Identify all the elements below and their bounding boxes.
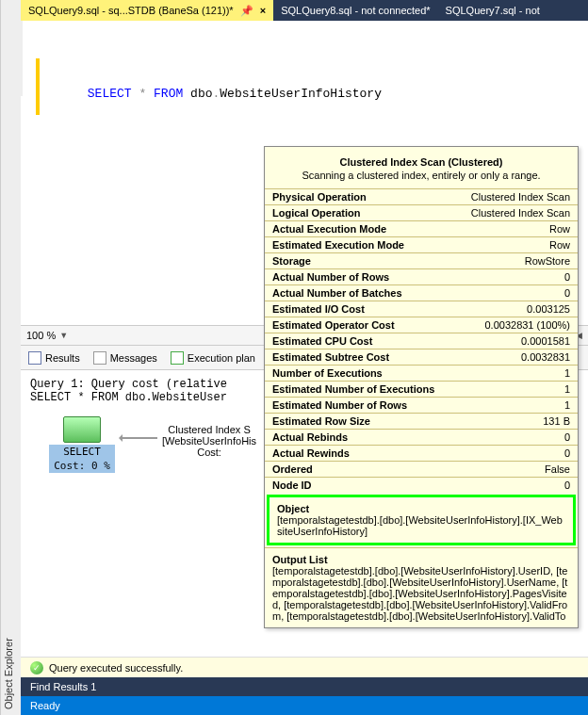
tab-execution-plan[interactable]: Execution plan: [171, 351, 255, 365]
select-cost: Cost: 0 %: [49, 459, 115, 473]
tooltip-properties-table: Physical OperationClustered Index ScanLo…: [265, 188, 578, 493]
tooltip-row: StorageRowStore: [265, 253, 578, 269]
tooltip-prop-key: Estimated Subtree Cost: [265, 349, 452, 366]
plan-icon: [171, 351, 184, 365]
tooltip-prop-value: Clustered Index Scan: [452, 189, 578, 205]
tooltip-prop-key: Estimated Number of Rows: [265, 398, 452, 414]
tooltip-prop-key: Estimated Row Size: [265, 414, 452, 430]
tooltip-row: Number of Executions1: [265, 366, 578, 382]
tooltip-object-value: [temporalstagetestdb].[dbo].[WebsiteUser…: [277, 514, 565, 537]
tooltip-row: Estimated Execution ModeRow: [265, 237, 578, 253]
keyword-from: FROM: [154, 87, 183, 101]
tooltip-prop-value: 0: [452, 269, 578, 285]
tab-sqlquery8[interactable]: SQLQuery8.sql - not connected*: [273, 0, 437, 21]
object-explorer-label: Object Explorer: [3, 638, 14, 709]
tooltip-output-title: Output List: [272, 554, 570, 565]
ready-label: Ready: [30, 700, 60, 711]
ready-bar: Ready: [21, 696, 588, 715]
status-text: Query executed successfully.: [49, 662, 183, 674]
tooltip-prop-value: 0.0032831 (100%): [452, 317, 578, 333]
tooltip-prop-value: 1: [452, 382, 578, 398]
tooltip-row: Actual Rewinds0: [265, 446, 578, 462]
tooltip-prop-key: Actual Number of Rows: [265, 269, 452, 285]
plan-arrow: [120, 437, 157, 439]
results-label: Results: [45, 352, 80, 364]
tooltip-prop-value: Row: [452, 237, 578, 253]
tooltip-prop-key: Estimated CPU Cost: [265, 333, 452, 349]
tooltip-row: Estimated Number of Rows1: [265, 398, 578, 414]
tab-results[interactable]: Results: [28, 351, 80, 365]
tooltip-prop-key: Actual Number of Batches: [265, 285, 452, 301]
tooltip-row: Actual Number of Batches0: [265, 285, 578, 301]
tooltip-prop-key: Actual Rebinds: [265, 430, 452, 446]
sql-editor[interactable]: SELECT * FROM dbo.WebsiteUserInfoHistory: [21, 21, 588, 96]
star: *: [139, 87, 146, 101]
tab-label: SQLQuery8.sql - not connected*: [281, 5, 430, 16]
tooltip-row: Estimated Row Size131 B: [265, 414, 578, 430]
tooltip-prop-value: 0.0032831: [452, 349, 578, 366]
tooltip-row: Physical OperationClustered Index Scan: [265, 189, 578, 205]
status-bar: ✓ Query executed successfully.: [21, 657, 588, 677]
find-results-panel[interactable]: Find Results 1: [21, 677, 588, 696]
tab-messages[interactable]: Messages: [93, 351, 157, 365]
scan-line-3: Cost:: [162, 447, 256, 458]
close-icon[interactable]: ×: [260, 5, 266, 16]
scan-line-2: [WebsiteUserInfoHis: [162, 435, 256, 447]
tooltip-subtitle: Scanning a clustered index, entirely or …: [276, 170, 566, 181]
keyword-select: SELECT: [88, 87, 132, 101]
select-icon: [63, 416, 101, 443]
tooltip-prop-key: Estimated Operator Cost: [265, 317, 452, 333]
execplan-label: Execution plan: [188, 352, 255, 364]
tooltip-row: Estimated Operator Cost0.0032831 (100%): [265, 317, 578, 333]
tooltip-prop-value: 0.003125: [452, 301, 578, 317]
tooltip-prop-value: RowStore: [452, 253, 578, 269]
tooltip-row: Logical OperationClustered Index Scan: [265, 205, 578, 221]
tab-label: SQLQuery7.sql - not: [446, 5, 540, 16]
object-explorer-panel[interactable]: Object Explorer: [0, 0, 21, 715]
tooltip-prop-key: Actual Rewinds: [265, 446, 452, 462]
schema: dbo: [190, 87, 212, 101]
tooltip-prop-key: Node ID: [265, 478, 452, 494]
tooltip-prop-value: False: [452, 462, 578, 478]
tooltip-prop-key: Storage: [265, 253, 452, 269]
tooltip-prop-value: 1: [452, 366, 578, 382]
success-icon: ✓: [30, 661, 43, 674]
tooltip-prop-key: Physical Operation: [265, 189, 452, 205]
plan-node-select[interactable]: SELECT Cost: 0 %: [49, 416, 115, 473]
tooltip-output-value: [temporalstagetestdb].[dbo].[WebsiteUser…: [272, 565, 570, 622]
tab-sqlquery9[interactable]: SQLQuery9.sql - sq...STDB (BaneSa (121))…: [21, 0, 273, 21]
tooltip-row: Actual Execution ModeRow: [265, 221, 578, 237]
tooltip-prop-key: Ordered: [265, 462, 452, 478]
pin-icon[interactable]: 📌: [240, 5, 253, 16]
tooltip-prop-key: Actual Execution Mode: [265, 221, 452, 237]
tooltip-row: Estimated Number of Executions1: [265, 382, 578, 398]
tooltip-title: Clustered Index Scan (Clustered): [276, 156, 566, 168]
tooltip-output-section: Output List [temporalstagetestdb].[dbo].…: [265, 547, 578, 627]
tooltip-prop-key: Number of Executions: [265, 366, 452, 382]
tooltip-prop-value: 0.0001581: [452, 333, 578, 349]
tooltip-prop-key: Logical Operation: [265, 205, 452, 221]
tab-sqlquery7[interactable]: SQLQuery7.sql - not: [438, 0, 547, 21]
zoom-percent[interactable]: 100 %: [26, 330, 56, 341]
tooltip-object-section: Object [temporalstagetestdb].[dbo].[Webs…: [267, 495, 576, 545]
messages-label: Messages: [110, 352, 157, 364]
tooltip-prop-value: 0: [452, 446, 578, 462]
grid-icon: [28, 351, 41, 365]
tooltip-prop-key: Estimated I/O Cost: [265, 301, 452, 317]
operator-tooltip: Clustered Index Scan (Clustered) Scannin…: [264, 146, 579, 628]
messages-icon: [93, 351, 106, 365]
tooltip-prop-value: Row: [452, 221, 578, 237]
plan-node-scan[interactable]: Clustered Index S [WebsiteUserInfoHis Co…: [162, 424, 256, 458]
tooltip-prop-value: 0: [452, 285, 578, 301]
tooltip-row: Estimated Subtree Cost0.0032831: [265, 349, 578, 366]
tooltip-row: Estimated CPU Cost0.0001581: [265, 333, 578, 349]
find-results-label: Find Results 1: [30, 681, 96, 692]
chevron-down-icon[interactable]: ▼: [59, 331, 68, 340]
editor-tabs: SQLQuery9.sql - sq...STDB (BaneSa (121))…: [21, 0, 588, 21]
scan-line-1: Clustered Index S: [162, 424, 256, 435]
tooltip-row: Estimated I/O Cost0.003125: [265, 301, 578, 317]
tab-label: SQLQuery9.sql - sq...STDB (BaneSa (121))…: [28, 5, 234, 16]
tooltip-row: Actual Rebinds0: [265, 430, 578, 446]
change-marker: [36, 58, 40, 115]
tooltip-row: Actual Number of Rows0: [265, 269, 578, 285]
